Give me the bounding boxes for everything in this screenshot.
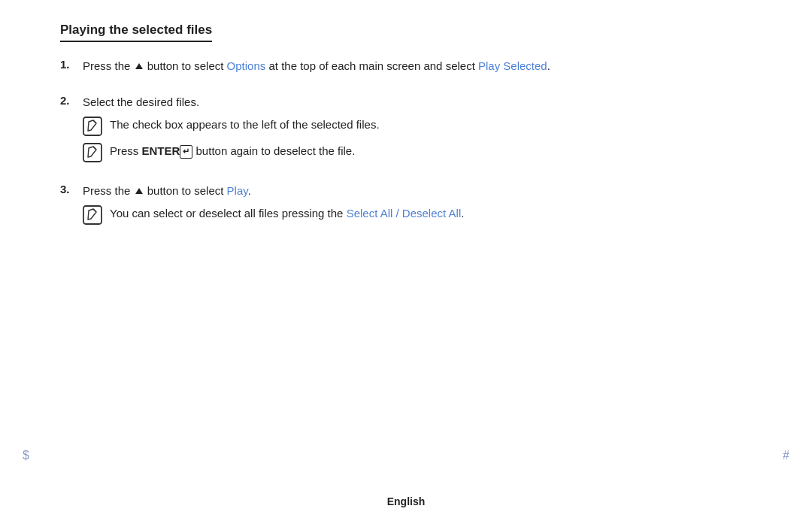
page-container: Playing the selected files 1. Press the … [0,0,752,274]
enter-key-icon: ↵ [180,145,192,158]
svg-line-1 [93,120,96,123]
note-item-3: You can select or deselect all files pre… [83,204,707,225]
step-2: 2. Select the desired files. The check b… [60,93,707,168]
note-3-text: You can select or deselect all files pre… [110,204,707,223]
step-3-text: Press the button to select Play. [83,182,707,200]
note-item-1: The check box appears to the left of the… [83,116,707,136]
step-3: 3. Press the button to select Play. You … [60,182,707,231]
step-3-number: 3. [60,182,83,195]
step-1-content: Press the button to select Options at th… [83,57,707,80]
note-icon-3 [83,205,102,225]
enter-arrow-icon: ↵ [183,146,189,157]
footer-hash: # [783,449,789,462]
steps-list: 1. Press the button to select Options at… [60,57,707,231]
step-2-text: Select the desired files. [83,93,707,111]
section-title: Playing the selected files [60,23,212,42]
svg-line-3 [93,147,96,150]
note-icon-2 [83,143,102,162]
footer-language: English [387,495,426,507]
step-2-notes: The check box appears to the left of the… [83,116,707,162]
note-icon-1 [83,117,102,136]
step-1: 1. Press the button to select Options at… [60,57,707,80]
play-selected-link[interactable]: Play Selected [478,59,547,72]
play-link[interactable]: Play [227,184,248,197]
select-all-deselect-all-link[interactable]: Select All / Deselect All [347,207,462,220]
triangle-up-icon-1 [135,63,143,69]
triangle-up-icon-3 [135,188,143,194]
step-2-number: 2. [60,93,83,107]
note-2-text: Press ENTER↵ button again to deselect th… [110,142,707,160]
step-1-number: 1. [60,57,83,71]
options-link[interactable]: Options [227,59,266,72]
step-1-text: Press the button to select Options at th… [83,57,707,75]
step-3-content: Press the button to select Play. You can… [83,182,707,231]
note-item-2: Press ENTER↵ button again to deselect th… [83,142,707,162]
step-2-content: Select the desired files. The check box … [83,93,707,168]
svg-line-5 [93,209,96,212]
note-1-text: The check box appears to the left of the… [110,116,707,134]
step-3-notes: You can select or deselect all files pre… [83,204,707,225]
footer-dollar: $ [23,449,29,462]
